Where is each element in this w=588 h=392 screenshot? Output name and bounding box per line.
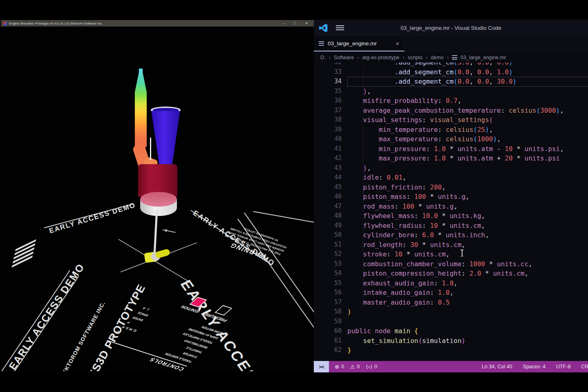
code-text: set_simulation(simulation) (342, 336, 465, 346)
line-number[interactable]: 51 (314, 240, 342, 250)
line-number[interactable]: 34 (314, 77, 342, 87)
code-line[interactable]: 55 exhaust_audio_gain: 1.0, (314, 278, 588, 288)
crankshaft-pin (154, 248, 170, 258)
code-lines: 32 .add_segment_cm(5.0, 0.0, 0.0)33 .add… (314, 62, 588, 355)
vscode-window-title: 03_large_engine.mr - Visual Studio Code (314, 25, 588, 31)
line-number[interactable]: 38 (314, 115, 342, 125)
code-line[interactable]: 57 master_audio_gain: 0.5 (314, 298, 588, 307)
line-number[interactable]: 43 (314, 163, 342, 173)
code-line[interactable]: 53 combustion_chamber_volume: 1000 * uni… (314, 259, 588, 269)
code-line[interactable]: 47 rod_mass: 100 * units.g, (314, 202, 588, 212)
line-number[interactable]: 44 (314, 173, 342, 183)
line-number[interactable]: 61 (314, 336, 342, 346)
line-number[interactable]: 49 (314, 221, 342, 231)
tab-03-large-engine[interactable]: 03_large_engine.mr × (314, 36, 405, 51)
breadcrumb-item[interactable]: scripts (408, 55, 423, 60)
code-line[interactable]: 51 rod_length: 30 * units.cm, (314, 240, 588, 250)
breadcrumb-item[interactable]: 03_large_engine.mr (461, 55, 506, 60)
breadcrumb-item[interactable]: Software (334, 55, 354, 60)
engine-window-controls: – □ ✕ (283, 20, 308, 27)
breadcrumb-item[interactable]: atg-es-prototype (362, 55, 400, 60)
code-line[interactable]: 38 visual_settings: visual_settings( (314, 115, 588, 125)
code-line[interactable]: 59 (314, 317, 588, 327)
code-line[interactable]: 42 max_pressure: 1.0 * units.atm + 20 * … (314, 154, 588, 163)
line-number[interactable]: 40 (314, 134, 342, 144)
line-number[interactable]: 55 (314, 278, 342, 288)
line-number[interactable]: 45 (314, 183, 342, 192)
line-number[interactable]: 39 (314, 125, 342, 135)
code-line[interactable]: 62} (314, 345, 588, 355)
line-number[interactable]: 60 (314, 326, 342, 336)
code-line[interactable]: 56 intake_audio_gain: 1.0, (314, 288, 588, 298)
tab-close-icon[interactable]: × (396, 40, 399, 47)
line-number[interactable]: 41 (314, 144, 342, 154)
line-number[interactable]: 47 (314, 202, 342, 212)
code-line[interactable]: 37 average_peak_combustion_temperature: … (314, 106, 588, 116)
breadcrumb-item[interactable]: D: (320, 55, 326, 60)
line-number[interactable]: 50 (314, 230, 342, 240)
line-number[interactable]: 42 (314, 154, 342, 163)
engine-3d-viewport[interactable]: EARLY ACCESS DEMO EARLY ACCESS DEMO EARL… (1, 27, 314, 371)
code-line[interactable]: 43 ), (314, 163, 588, 173)
breadcrumb-item[interactable]: demo (431, 55, 443, 60)
code-line[interactable]: 49 flywheel_radius: 10 * units.cm, (314, 221, 588, 231)
code-line[interactable]: 48 flywheel_mass: 10.0 * units.kg, (314, 211, 588, 221)
svg-text:A: A (368, 365, 371, 369)
remote-indicator[interactable]: >< (314, 361, 329, 372)
piston-crown (140, 192, 177, 207)
code-line[interactable]: 50 cylinder_bore: 6.0 * units.inch, (314, 230, 588, 240)
vscode-titlebar[interactable]: 03_large_engine.mr - Visual Studio Code (314, 20, 588, 36)
engine-window-titlebar[interactable]: Engine Simulator Prototype v0.0.0.1a | (… (1, 20, 314, 27)
code-text: .add_segment_cm(0.0, 0.0, 30.0) (342, 77, 516, 87)
encoding-setting[interactable]: UTF-8 (556, 364, 570, 370)
minimize-button[interactable]: – (283, 20, 285, 27)
cursor-position[interactable]: Ln 34, Col 40 (482, 364, 512, 370)
error-count: 0 (341, 364, 344, 370)
code-line[interactable]: 58) (314, 307, 588, 317)
line-number[interactable]: 56 (314, 288, 342, 298)
eol-setting[interactable]: CRLF (581, 364, 588, 370)
code-text: average_peak_combustion_temperature: cel… (342, 106, 564, 116)
maximize-button[interactable]: □ (294, 20, 296, 27)
line-number[interactable]: 62 (314, 345, 342, 355)
code-line[interactable]: 60public node main { (314, 326, 588, 336)
code-line[interactable]: 54 piston_compression_height: 2.0 * unit… (314, 269, 588, 278)
code-line[interactable]: 61 set_simulation(simulation) (314, 336, 588, 346)
code-line[interactable]: 33 .add_segment_cm(0.0, 0.0, 1.0) (314, 67, 588, 77)
line-number[interactable]: 48 (314, 211, 342, 221)
breadcrumb[interactable]: D:›Software›atg-es-prototype›scripts›dem… (314, 52, 588, 63)
code-line[interactable]: 45 piston_friction: 200, (314, 183, 588, 192)
engine-app-icon (3, 22, 7, 25)
close-button[interactable]: ✕ (305, 20, 308, 27)
line-number[interactable]: 59 (314, 317, 342, 327)
code-text: public node main { (342, 326, 418, 336)
code-line[interactable]: 46 piston_mass: 100 * units.g, (314, 192, 588, 202)
spark-plug-wire (150, 138, 151, 160)
code-text: exhaust_audio_gain: 1.0, (342, 278, 458, 288)
code-line[interactable]: 36 misfire_probability: 0.7, (314, 96, 588, 106)
line-number[interactable]: 53 (314, 259, 342, 269)
line-number[interactable]: 58 (314, 307, 342, 317)
code-line[interactable]: 34 .add_segment_cm(0.0, 0.0, 30.0) (314, 77, 588, 87)
code-line[interactable]: 44 idle: 0.01, (314, 173, 588, 183)
indentation-setting[interactable]: Spaces: 4 (523, 364, 546, 370)
code-line[interactable]: 40 max_temperature: celsius(1000), (314, 134, 588, 144)
line-number[interactable]: 35 (314, 87, 342, 96)
code-line[interactable]: 39 min_temperature: celsius(25), (314, 125, 588, 135)
code-editor[interactable]: 32 .add_segment_cm(5.0, 0.0, 0.0)33 .add… (314, 62, 588, 361)
code-line[interactable]: 32 .add_segment_cm(5.0, 0.0, 0.0) (314, 62, 588, 67)
line-number[interactable]: 37 (314, 106, 342, 116)
line-number[interactable]: 32 (314, 62, 342, 67)
code-line[interactable]: 35 ), (314, 87, 588, 96)
line-number[interactable]: 52 (314, 249, 342, 259)
breadcrumb-separator: › (329, 54, 331, 60)
ports-status[interactable]: A 0 (366, 364, 377, 370)
line-number[interactable]: 54 (314, 269, 342, 278)
code-line[interactable]: 52 stroke: 10 * units.cm, (314, 249, 588, 259)
line-number[interactable]: 57 (314, 298, 342, 307)
line-number[interactable]: 36 (314, 96, 342, 106)
problems-status[interactable]: ⊗ 0 ⚠ 0 (335, 363, 360, 370)
line-number[interactable]: 46 (314, 192, 342, 202)
code-line[interactable]: 41 min_pressure: 1.0 * units.atm - 10 * … (314, 144, 588, 154)
line-number[interactable]: 33 (314, 67, 342, 77)
